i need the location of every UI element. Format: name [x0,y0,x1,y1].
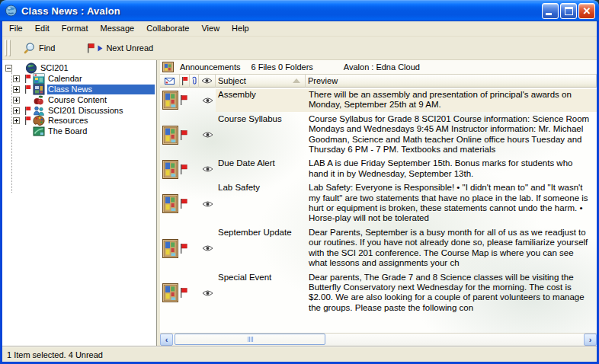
menu-item-edit[interactable]: Edit [29,22,56,35]
tree-item-label: SCI201 Discussions [47,106,125,116]
message-row[interactable]: Assembly There will be an assembly and p… [160,88,597,112]
column-viewed[interactable] [199,75,216,88]
app-window: Class News : Avalon ✕ File Edit Format M… [0,0,599,364]
news-icon [33,84,45,95]
toolbar-gripper[interactable] [5,40,7,56]
tree-item-class-news[interactable]: Class News [2,85,156,95]
eye-icon [202,201,213,207]
expand-icon[interactable] [13,107,20,114]
panel-counts: 6 Files 0 Folders [251,62,313,72]
maximize-icon [565,7,573,15]
scrollbar-thumb[interactable] [175,334,325,345]
tree-item-resources[interactable]: Resources [2,116,156,126]
expand-icon[interactable] [13,117,20,124]
window-title: Class News : Avalon [21,5,542,17]
menu-item-file[interactable]: File [3,22,29,35]
bulletin-board-icon [162,160,178,179]
eye-icon [202,245,213,251]
globe-window-icon [5,5,18,18]
horizontal-scrollbar: ‹ › [160,333,597,346]
unread-flag-icon [24,85,31,94]
expand-icon[interactable] [13,97,20,104]
subject-header-label: Subject [218,76,246,85]
panel-mailbox: Avalon : Edna Cloud [344,62,420,72]
toolbar-gripper[interactable] [8,40,11,56]
next-unread-button[interactable]: Next Unread [82,40,159,56]
tree-item-calendar[interactable]: Calendar [2,74,156,85]
unread-flag-icon [180,244,187,254]
scrollbar-track[interactable] [173,334,584,346]
tree-item-label: Calendar [47,74,85,84]
preview-header-label: Preview [308,76,338,85]
expand-icon[interactable] [13,75,20,82]
message-list: Assembly There will be an assembly and p… [160,88,597,333]
message-subject: Assembly [216,89,306,112]
message-preview: Dear Parents, September is a busy month … [306,227,597,270]
conference-tree-panel: SCI201 [2,60,157,346]
tree-item-sci201-discussions[interactable]: SCI201 Discussions [2,105,156,116]
menu-item-format[interactable]: Format [56,22,94,35]
tree-item-label: The Board [47,126,89,136]
eye-icon [202,166,213,172]
find-label: Find [39,43,55,53]
scroll-right-button[interactable]: › [584,334,597,346]
tree-item-course-content[interactable]: Course Content [2,94,156,105]
conference-header: Announcements 6 Files 0 Folders Avalon :… [160,60,597,75]
column-subject[interactable]: Subject [216,75,306,88]
bulletin-board-icon [162,194,178,213]
eye-icon [202,132,213,138]
paperclip-icon [191,76,197,85]
eye-icon [201,78,213,84]
tree-item-sci201[interactable]: SCI201 [2,63,156,74]
panel-title: Announcements [180,62,241,72]
close-button[interactable]: ✕ [578,3,595,19]
unread-flag-icon [180,130,187,140]
minimize-button[interactable] [542,3,559,19]
column-preview[interactable]: Preview [306,75,597,88]
bulletin-board-icon [162,126,178,145]
menu-item-message[interactable]: Message [94,22,141,35]
message-preview: Lab Safety: Everyone is Responsible! • "… [306,182,597,225]
expand-icon[interactable] [13,86,20,93]
bulletin-board-icon [162,62,174,72]
envelope-icon [165,78,175,85]
message-subject: September Update [216,227,306,270]
chalkboard-icon [33,126,45,137]
maximize-button[interactable] [560,3,577,19]
bulletin-board-icon [162,239,178,258]
discussions-icon [33,105,45,117]
message-row[interactable]: Course Syllabus Course Syllabus for Grad… [160,112,597,157]
message-row[interactable]: Lab Safety Lab Safety: Everyone is Respo… [160,180,597,225]
titlebar[interactable]: Class News : Avalon ✕ [0,0,599,21]
message-subject: Due Date Alert [216,158,306,180]
menu-item-collaborate[interactable]: Collaborate [140,22,195,35]
message-subject: Lab Safety [216,182,306,225]
message-row[interactable]: Due Date Alert LAB A is due Friday Septe… [160,156,597,180]
message-row[interactable]: Special Event Dear parents, The Grade 7 … [160,270,597,315]
column-header: Subject Preview [160,75,597,88]
collapse-icon[interactable] [5,65,12,72]
column-attachment[interactable] [190,75,199,88]
column-flag[interactable] [180,75,190,88]
next-unread-label: Next Unread [106,43,153,53]
menu-item-view[interactable]: View [195,22,226,35]
unread-flag-icon [180,199,187,209]
palette-icon [33,115,45,126]
magnifier-icon [24,42,36,54]
find-button[interactable]: Find [18,39,60,57]
message-preview: There will be an assembly and presentati… [306,89,597,112]
tree-item-label: SCI201 [40,63,71,73]
column-status[interactable] [160,75,180,88]
flag-icon [87,43,94,53]
menu-item-help[interactable]: Help [226,22,255,35]
unread-flag-icon [180,288,187,298]
sort-ascending-icon [293,78,300,83]
message-row[interactable]: September Update Dear Parents, September… [160,225,597,270]
scroll-left-button[interactable]: ‹ [160,334,173,346]
tree-item-label: Class News [47,85,155,94]
bulletin-board-icon [162,91,178,110]
message-list-panel: Announcements 6 Files 0 Folders Avalon :… [160,60,597,346]
message-subject: Special Event [216,272,306,315]
tree-item-the-board[interactable]: The Board [2,126,156,137]
statusbar: 1 Item selected. 4 Unread [2,346,597,362]
